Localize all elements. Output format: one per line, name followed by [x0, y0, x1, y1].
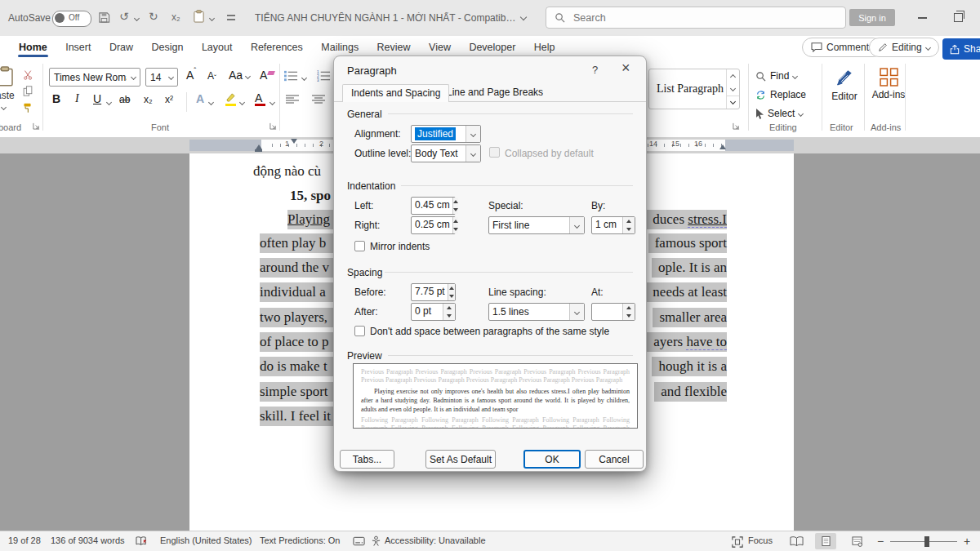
font-name-combo[interactable]: Times New Roman — [49, 68, 140, 87]
dont-add-space-checkbox[interactable] — [354, 326, 365, 336]
doc-line-selected[interactable]: around the v — [260, 258, 339, 278]
tab-mailings[interactable]: Mailings — [314, 36, 366, 57]
doc-line-selected[interactable]: and flexible — [654, 382, 727, 402]
italic-button[interactable]: I — [75, 92, 79, 105]
spin-up[interactable] — [443, 304, 455, 312]
restore-button[interactable] — [954, 13, 963, 22]
search-input[interactable] — [572, 11, 820, 24]
page-indicator[interactable]: 19 of 28 — [8, 535, 41, 545]
doc-line-selected[interactable]: needs at least — [646, 282, 727, 302]
proofing-icon[interactable] — [136, 536, 148, 546]
bullets-chevron-icon[interactable] — [301, 75, 307, 81]
undo-icon[interactable]: ↺ — [119, 10, 129, 23]
alignment-chevron-icon[interactable] — [466, 126, 480, 142]
accessibility-icon[interactable] — [372, 535, 381, 547]
qat-more-icon[interactable] — [227, 15, 235, 16]
spin-up[interactable] — [453, 198, 458, 206]
document-title[interactable]: TIẾNG ANH CHUYÊN NGÀNH 1 - MỚI NHẤT - Co… — [255, 12, 518, 24]
tab-home[interactable]: Home — [11, 36, 55, 57]
doc-line-selected[interactable]: hough it is a — [652, 357, 727, 376]
web-layout-button[interactable] — [846, 533, 867, 549]
styles-dialog-launcher[interactable] — [733, 122, 741, 131]
tab-view[interactable]: View — [421, 36, 458, 57]
doc-line-selected[interactable]: smaller area — [653, 308, 727, 327]
spin-down[interactable] — [453, 225, 458, 233]
tabs-button[interactable]: Tabs... — [340, 450, 394, 469]
by-spinner[interactable]: 1 cm — [591, 216, 635, 234]
undo-chevron-icon[interactable] — [134, 16, 140, 21]
predictions-icon[interactable] — [353, 536, 365, 546]
shrink-font-button[interactable]: Aˇ — [207, 69, 216, 82]
ok-button[interactable]: OK — [523, 450, 581, 469]
styles-up-icon[interactable] — [726, 69, 739, 82]
doc-line-selected[interactable]: ople. It is an — [652, 258, 727, 278]
redo-icon[interactable]: ↻ — [149, 10, 158, 23]
cut-icon[interactable] — [23, 69, 33, 80]
tab-insert[interactable]: Insert — [58, 36, 98, 57]
outline-chevron-icon[interactable] — [466, 145, 480, 162]
tab-layout[interactable]: Layout — [194, 36, 240, 57]
styles-gallery-more-icon[interactable] — [726, 96, 739, 109]
dialog-tab-indents-spacing[interactable]: Indents and Spacing — [342, 84, 449, 102]
replace-button[interactable]: Replace — [755, 89, 806, 100]
tab-developer[interactable]: Developer — [461, 36, 523, 57]
style-selected[interactable]: List Paragraph — [657, 82, 724, 96]
outline-level-combo[interactable]: Body Text — [411, 144, 481, 162]
zoom-in-button[interactable]: + — [964, 535, 970, 548]
styles-down-icon[interactable] — [726, 82, 739, 96]
save-icon[interactable] — [98, 11, 110, 24]
underline-button[interactable]: U — [93, 92, 101, 105]
doc-line-selected[interactable]: two players, — [260, 308, 337, 327]
zoom-slider-thumb[interactable] — [924, 536, 929, 547]
bullets-button[interactable] — [284, 70, 298, 82]
doc-line-selected[interactable]: individual a — [260, 282, 336, 302]
before-spinner[interactable]: 7.75 pt — [411, 283, 456, 301]
right-indent-marker[interactable] — [719, 144, 726, 149]
font-dialog-launcher[interactable] — [270, 122, 278, 131]
spin-up[interactable] — [623, 217, 635, 225]
tab-review[interactable]: Review — [370, 36, 418, 57]
language-indicator[interactable]: English (United States) — [160, 535, 252, 545]
highlight-chevron-icon[interactable] — [239, 100, 245, 105]
word-count[interactable]: 136 of 9034 words — [51, 535, 125, 545]
font-name-chevron-icon[interactable] — [127, 69, 140, 86]
editing-mode-button[interactable]: Editing — [869, 38, 939, 57]
alignment-combo[interactable]: Justified — [411, 125, 481, 143]
editor-button[interactable]: Editor — [831, 67, 858, 112]
grow-font-button[interactable]: Aˆ — [186, 69, 196, 82]
zoom-slider-track[interactable] — [890, 541, 957, 542]
spin-down[interactable] — [443, 312, 455, 320]
spin-down[interactable] — [623, 225, 635, 233]
format-painter-icon[interactable] — [22, 103, 33, 113]
highlight-button[interactable] — [225, 92, 237, 105]
bold-button[interactable]: B — [52, 92, 60, 105]
mirror-indents-checkbox[interactable] — [354, 241, 365, 251]
focus-label[interactable]: Focus — [748, 535, 773, 545]
strikethrough-button[interactable]: ab — [119, 94, 130, 105]
tab-help[interactable]: Help — [527, 36, 563, 57]
accessibility-status[interactable]: Accessibility: Unavailable — [385, 535, 486, 545]
superscript-button[interactable]: x² — [165, 94, 173, 105]
doc-line[interactable]: 15, spo — [290, 186, 331, 206]
doc-line-selected[interactable]: duces stress.I — [646, 210, 727, 229]
font-size-combo[interactable]: 14 — [145, 68, 178, 87]
copy-icon[interactable] — [23, 86, 33, 96]
doc-line[interactable]: động nào cù — [253, 162, 321, 181]
doc-line-selected[interactable]: simple sport — [260, 382, 338, 402]
subscript-qat-icon[interactable]: x₂ — [172, 11, 180, 23]
paste-chevron-icon[interactable] — [209, 16, 215, 21]
left-indent-marker[interactable] — [255, 149, 262, 152]
zoom-out-button[interactable]: − — [877, 535, 884, 548]
align-center-button[interactable] — [312, 95, 325, 104]
text-effects-button[interactable]: A — [196, 92, 204, 105]
after-spinner[interactable]: 0 pt — [411, 303, 456, 321]
first-line-indent-marker[interactable] — [291, 139, 297, 144]
subscript-button[interactable]: x₂ — [144, 94, 153, 105]
clipboard-dialog-launcher[interactable] — [33, 122, 41, 131]
spin-down[interactable] — [448, 292, 455, 300]
underline-chevron-icon[interactable] — [106, 100, 112, 105]
at-spinner[interactable] — [591, 303, 635, 321]
minimize-button[interactable] — [918, 17, 927, 19]
print-layout-button[interactable] — [815, 533, 836, 549]
paste-label[interactable]: Paste — [0, 90, 15, 101]
